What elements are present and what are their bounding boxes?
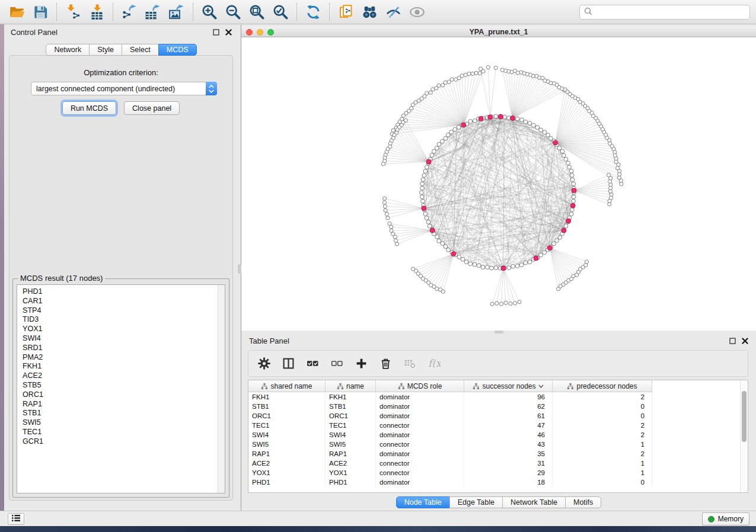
mcds-result-item[interactable]: ACE2 bbox=[23, 371, 225, 381]
table-scrollbar-thumb[interactable] bbox=[742, 391, 747, 442]
minimize-window-icon[interactable] bbox=[257, 29, 263, 36]
mcds-result-item[interactable]: ORC1 bbox=[23, 390, 225, 400]
table-row[interactable]: ORC1ORC1dominator610 bbox=[248, 411, 748, 421]
network-nodes[interactable] bbox=[381, 66, 623, 306]
column-header-predecessor-nodes[interactable]: predecessor nodes bbox=[553, 380, 652, 392]
column-header-name[interactable]: name bbox=[326, 380, 376, 392]
table-cell: STB1 bbox=[248, 402, 326, 411]
mcds-result-item[interactable]: GCR1 bbox=[23, 437, 225, 447]
table-cell: ORC1 bbox=[248, 411, 326, 421]
maximize-window-icon[interactable] bbox=[267, 29, 274, 36]
open-file-button[interactable] bbox=[5, 1, 28, 23]
table-cell: SWI5 bbox=[248, 440, 326, 449]
table-row[interactable]: STB1STB1dominator620 bbox=[248, 402, 748, 411]
save-session-button[interactable] bbox=[28, 1, 52, 23]
tab-edge-table[interactable]: Edge Table bbox=[449, 496, 503, 508]
mcds-result-item[interactable]: FKH1 bbox=[23, 362, 225, 371]
task-history-button[interactable] bbox=[8, 513, 24, 525]
optimization-criterion-select[interactable]: largest connected component (undirected) bbox=[31, 82, 217, 95]
add-column-button[interactable] bbox=[355, 357, 368, 371]
mcds-node bbox=[461, 123, 466, 127]
delete-column-button[interactable] bbox=[379, 357, 392, 371]
table-row[interactable]: FKH1FKH1dominator962 bbox=[248, 392, 748, 402]
tab-network-table[interactable]: Network Table bbox=[502, 496, 566, 508]
table-row[interactable]: SWI4SWI4dominator462 bbox=[248, 430, 748, 440]
status-bar: Memory bbox=[0, 511, 756, 526]
close-table-panel-icon[interactable] bbox=[741, 338, 748, 345]
table-row[interactable]: YOX1YOX1connector291 bbox=[248, 468, 748, 477]
mcds-result-item[interactable]: STP4 bbox=[23, 306, 225, 316]
table-body: FKH1FKH1dominator962STB1STB1dominator620… bbox=[248, 392, 748, 487]
close-panel-icon[interactable] bbox=[225, 29, 232, 36]
delete-table-button[interactable] bbox=[403, 357, 416, 371]
save-session-icon bbox=[33, 4, 49, 20]
refresh-layout-button[interactable] bbox=[301, 1, 325, 23]
tab-mcds[interactable]: MCDS bbox=[158, 44, 197, 56]
export-network-button[interactable] bbox=[117, 1, 141, 23]
table-row[interactable]: TEC1TEC1connector472 bbox=[248, 421, 748, 430]
search-input[interactable] bbox=[595, 8, 749, 17]
run-mcds-button[interactable]: Run MCDS bbox=[62, 101, 116, 115]
mcds-list-scrollbar[interactable] bbox=[218, 285, 225, 493]
tab-style[interactable]: Style bbox=[89, 44, 122, 56]
tab-network[interactable]: Network bbox=[46, 44, 90, 56]
refresh-layout-icon bbox=[305, 4, 321, 20]
import-network-button[interactable] bbox=[61, 1, 85, 23]
zoom-out-button[interactable] bbox=[221, 1, 245, 23]
mcds-result-item[interactable]: TEC1 bbox=[23, 428, 225, 437]
table-row[interactable]: SWI5SWI5connector431 bbox=[248, 440, 748, 449]
tab-select[interactable]: Select bbox=[122, 44, 159, 56]
tab-node-table[interactable]: Node Table bbox=[396, 496, 450, 508]
export-table-button[interactable] bbox=[141, 1, 165, 23]
mcds-result-item[interactable]: PHD1 bbox=[23, 287, 225, 297]
network-from-clipboard-button[interactable] bbox=[334, 1, 358, 23]
mcds-result-item[interactable]: SRD1 bbox=[23, 344, 225, 353]
search-binoculars-button[interactable] bbox=[358, 1, 381, 23]
toolbar-separator bbox=[113, 3, 113, 21]
zoom-selected-button[interactable] bbox=[269, 1, 292, 23]
toolbar-separator bbox=[56, 3, 57, 21]
table-row[interactable]: ACE2ACE2connector311 bbox=[248, 459, 748, 468]
show-hide-eye-button[interactable] bbox=[405, 1, 429, 23]
table-cell: 46 bbox=[464, 430, 553, 440]
select-all-rows-button[interactable] bbox=[306, 357, 319, 371]
network-canvas[interactable] bbox=[241, 37, 756, 331]
table-row[interactable]: PHD1PHD1dominator180 bbox=[248, 477, 748, 487]
export-image-button[interactable] bbox=[165, 1, 189, 23]
mcds-result-item[interactable]: RAP1 bbox=[23, 400, 225, 409]
table-cell: SWI5 bbox=[326, 440, 376, 449]
mcds-node bbox=[570, 203, 575, 208]
table-cell: YOX1 bbox=[326, 468, 376, 477]
zoom-fit-button[interactable] bbox=[245, 1, 269, 23]
mcds-node bbox=[501, 266, 506, 271]
table-scrollbar[interactable] bbox=[740, 380, 748, 492]
function-builder-button[interactable]: f(x) bbox=[428, 357, 441, 371]
mcds-result-item[interactable]: SWI4 bbox=[23, 334, 225, 344]
column-header-MCDS-role[interactable]: MCDS role bbox=[376, 380, 464, 392]
toggle-graphics-details-button[interactable] bbox=[381, 1, 405, 23]
mcds-result-item[interactable]: STB1 bbox=[23, 409, 225, 418]
mcds-result-item[interactable]: PMA2 bbox=[23, 353, 225, 363]
zoom-in-icon bbox=[202, 4, 218, 20]
tab-motifs[interactable]: Motifs bbox=[565, 496, 601, 508]
close-panel-button[interactable]: Close panel bbox=[124, 101, 180, 115]
column-header-shared-name[interactable]: shared name bbox=[248, 380, 326, 392]
import-table-button[interactable] bbox=[85, 1, 109, 23]
mcds-result-item[interactable]: YOX1 bbox=[23, 325, 225, 334]
mcds-node bbox=[510, 116, 515, 120]
float-table-panel-icon[interactable] bbox=[729, 338, 736, 345]
close-window-icon[interactable] bbox=[246, 29, 253, 36]
float-panel-icon[interactable] bbox=[212, 29, 219, 36]
column-header-successor-nodes[interactable]: successor nodes bbox=[464, 380, 553, 392]
mcds-result-item[interactable]: TID3 bbox=[23, 315, 225, 325]
table-row[interactable]: RAP1RAP1dominator352 bbox=[248, 449, 748, 459]
zoom-in-button[interactable] bbox=[197, 1, 221, 23]
show-columns-button[interactable] bbox=[282, 357, 295, 371]
memory-button[interactable]: Memory bbox=[702, 512, 749, 525]
deselect-all-rows-button[interactable] bbox=[330, 357, 343, 371]
table-settings-gear-button[interactable] bbox=[257, 357, 270, 371]
mcds-result-item[interactable]: CAR1 bbox=[23, 297, 225, 306]
mcds-result-item[interactable]: SWI5 bbox=[23, 418, 225, 428]
mcds-result-item[interactable]: STB5 bbox=[23, 381, 225, 390]
table-cell: 0 bbox=[553, 477, 652, 487]
